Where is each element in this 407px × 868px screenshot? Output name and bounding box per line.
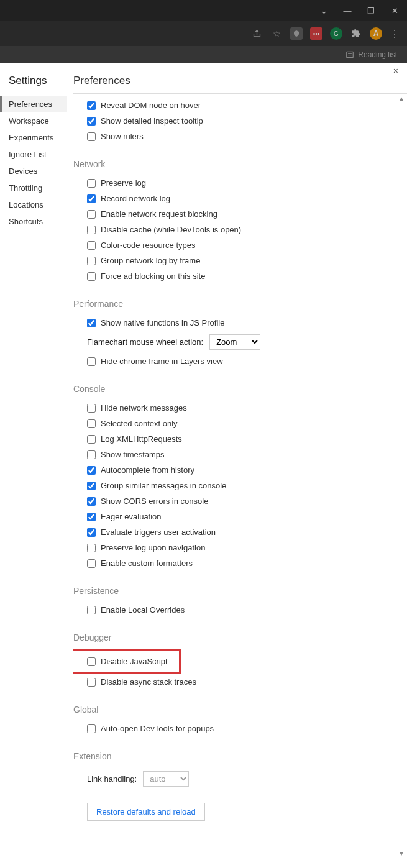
sidebar-item-devices[interactable]: Devices	[0, 163, 67, 180]
scroll-down-arrow[interactable]: ▼	[398, 850, 405, 857]
flamechart-label: Flamechart mouse wheel action:	[87, 337, 203, 347]
close-icon[interactable]: ×	[393, 66, 398, 76]
sidebar-item-locations[interactable]: Locations	[0, 196, 67, 213]
star-icon[interactable]: ☆	[270, 27, 283, 40]
setting-label: Show rulers	[101, 132, 144, 141]
checkbox-show-rulers[interactable]	[87, 132, 96, 141]
setting-row: Show native functions in JS Profile	[73, 315, 402, 331]
extension-red-icon[interactable]: •••	[310, 27, 322, 40]
scroll-up-arrow[interactable]: ▲	[398, 95, 405, 102]
preferences-scroll[interactable]: ▲ Show HTML comments Reveal DOM node on …	[73, 93, 407, 858]
bookmark-bar: Reading list	[0, 46, 407, 63]
checkbox-enable-custom-formatters[interactable]	[87, 559, 96, 568]
setting-label: Selected context only	[101, 419, 178, 428]
sidebar-item-ignore-list[interactable]: Ignore List	[0, 146, 67, 163]
setting-label: Hide network messages	[101, 403, 187, 413]
setting-row: Show CORS errors in console	[73, 493, 402, 509]
setting-label: Reveal DOM node on hover	[101, 101, 201, 110]
setting-label: Show detailed inspect tooltip	[101, 116, 203, 126]
checkbox-disable-cache-while-devtools-is-open-[interactable]	[87, 226, 96, 234]
checkbox-color-code-resource-types[interactable]	[87, 241, 96, 250]
section-performance-title: Performance	[73, 299, 402, 309]
checkbox-group-network-log-by-frame[interactable]	[87, 257, 96, 265]
setting-label: Hide chrome frame in Layers view	[101, 357, 223, 366]
checkbox-show-cors-errors-in-console[interactable]	[87, 497, 96, 506]
checkbox-eager-evaluation[interactable]	[87, 513, 96, 521]
setting-row: Show timestamps	[73, 447, 402, 462]
section-console-title: Console	[73, 384, 402, 394]
checkbox-show-detailed-inspect-tooltip[interactable]	[87, 117, 96, 126]
menu-dots-icon[interactable]: ⋮	[390, 28, 400, 40]
setting-row: Evaluate triggers user activation	[73, 524, 402, 540]
setting-row: Group network log by frame	[73, 253, 402, 268]
setting-label: Enable custom formatters	[101, 559, 193, 568]
setting-row: Preserve log	[73, 175, 402, 191]
minimize-button[interactable]: —	[341, 6, 354, 16]
checkbox-show-html-comments[interactable]	[87, 93, 96, 94]
settings-sidebar: Settings PreferencesWorkspaceExperiments…	[0, 63, 67, 868]
checkbox-enable-local-overrides[interactable]	[87, 606, 96, 614]
checkbox-log-xmlhttprequests[interactable]	[87, 435, 96, 444]
checkbox-force-ad-blocking-on-this-site[interactable]	[87, 272, 96, 281]
checkbox-record-network-log[interactable]	[87, 194, 96, 203]
setting-label: Show timestamps	[101, 450, 165, 459]
section-persistence-title: Persistence	[73, 586, 402, 596]
setting-row: Color-code resource types	[73, 237, 402, 253]
checkbox-preserve-log-upon-navigation[interactable]	[87, 544, 96, 552]
share-icon[interactable]	[250, 27, 263, 40]
link-handling-row: Link handling: auto	[73, 767, 402, 790]
checkbox-hide-chrome-frame-in-layers-view[interactable]	[87, 357, 96, 366]
section-extension-title: Extension	[73, 751, 402, 761]
setting-label: Preserve log upon navigation	[101, 543, 205, 552]
setting-label: Color-code resource types	[101, 240, 195, 250]
checkbox-enable-network-request-blocking[interactable]	[87, 210, 96, 219]
setting-row: Eager evaluation	[73, 509, 402, 524]
reading-list-label[interactable]: Reading list	[358, 50, 397, 59]
extension-grammarly-icon[interactable]: G	[330, 27, 342, 40]
setting-label: Enable Local Overrides	[101, 605, 185, 614]
setting-label: Group similar messages in console	[101, 481, 226, 490]
checkbox-reveal-dom-node-on-hover[interactable]	[87, 101, 96, 110]
flamechart-select[interactable]: Zoom	[209, 334, 260, 350]
setting-row: Show HTML comments	[73, 93, 402, 98]
checkbox-auto-open-devtools-for-popups[interactable]	[87, 724, 96, 733]
setting-label: Force ad blocking on this site	[101, 272, 205, 281]
restore-defaults-button[interactable]: Restore defaults and reload	[87, 803, 205, 821]
chevron-down-icon[interactable]: ⌄	[318, 6, 330, 16]
checkbox-autocomplete-from-history[interactable]	[87, 466, 96, 475]
setting-label: Autocomplete from history	[101, 465, 194, 475]
checkbox-show-timestamps[interactable]	[87, 450, 96, 459]
sidebar-item-throttling[interactable]: Throttling	[0, 180, 67, 196]
setting-row: Disable cache (while DevTools is open)	[73, 222, 402, 237]
checkbox-show-native-functions-in-js-profile[interactable]	[87, 319, 96, 327]
setting-label: Disable async stack traces	[101, 677, 196, 687]
checkbox-evaluate-triggers-user-activation[interactable]	[87, 528, 96, 537]
sidebar-item-preferences[interactable]: Preferences	[0, 96, 67, 112]
extension-ublock-icon[interactable]	[290, 27, 303, 40]
checkbox-disable-async-stack-traces[interactable]	[87, 678, 96, 687]
link-handling-select[interactable]: auto	[143, 771, 189, 787]
setting-label: Eager evaluation	[101, 512, 162, 521]
setting-row: Enable network request blocking	[73, 206, 402, 222]
section-global-title: Global	[73, 705, 402, 715]
checkbox-selected-context-only[interactable]	[87, 419, 96, 428]
sidebar-item-shortcuts[interactable]: Shortcuts	[0, 213, 67, 230]
setting-row: Disable JavaScript	[78, 654, 174, 669]
checkbox-preserve-log[interactable]	[87, 179, 96, 188]
window-titlebar: ⌄ — ❐ ✕	[0, 0, 407, 21]
sidebar-item-workspace[interactable]: Workspace	[0, 112, 67, 129]
checkbox-hide-network-messages[interactable]	[87, 404, 96, 413]
page-title: Preferences	[73, 75, 407, 93]
maximize-button[interactable]: ❐	[365, 6, 377, 16]
extensions-icon[interactable]	[350, 27, 362, 40]
settings-content: Preferences × ▲ Show HTML comments Revea…	[67, 63, 407, 868]
checkbox-disable-javascript[interactable]	[87, 657, 96, 666]
browser-toolbar: ☆ ••• G A ⋮	[0, 21, 407, 46]
close-window-button[interactable]: ✕	[388, 6, 401, 16]
checkbox-group-similar-messages-in-console[interactable]	[87, 482, 96, 490]
setting-row: Group similar messages in console	[73, 478, 402, 493]
reading-list-icon	[345, 50, 354, 59]
sidebar-item-experiments[interactable]: Experiments	[0, 129, 67, 146]
profile-avatar[interactable]: A	[370, 27, 382, 40]
setting-row: Autocomplete from history	[73, 462, 402, 478]
